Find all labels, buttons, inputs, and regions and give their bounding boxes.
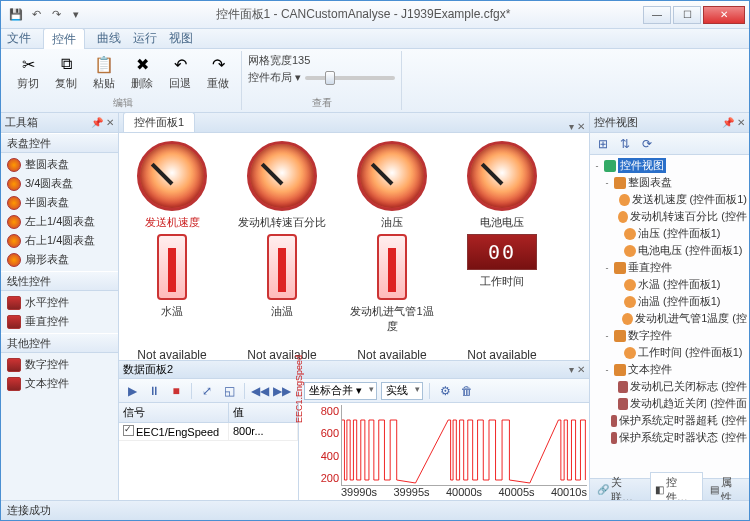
tool-item[interactable]: 半圆表盘 bbox=[1, 193, 118, 212]
ribbon-删除[interactable]: ✖删除 bbox=[125, 51, 159, 91]
layout-dropdown[interactable]: 控件布局 ▾ bbox=[248, 70, 301, 85]
thermometer-widget[interactable] bbox=[267, 234, 297, 300]
settings-button[interactable]: ⚙ bbox=[436, 382, 454, 400]
toolbox-section[interactable]: 其他控件 bbox=[1, 333, 118, 353]
ribbon-复制[interactable]: ⧉复制 bbox=[49, 51, 83, 91]
tree-node[interactable]: -文本控件 bbox=[592, 361, 747, 378]
tree-node[interactable]: 发送机速度 (控件面板1) bbox=[592, 191, 747, 208]
col-value[interactable]: 值 bbox=[229, 403, 298, 422]
menu-run[interactable]: 运行 bbox=[133, 30, 157, 47]
signal-checkbox[interactable] bbox=[123, 425, 134, 436]
qat-redo[interactable]: ↷ bbox=[47, 6, 65, 24]
qat-more[interactable]: ▾ bbox=[67, 6, 85, 24]
therm-label: 水温 bbox=[161, 304, 183, 319]
digit-label: 工作时间 bbox=[480, 274, 524, 289]
signal-grid[interactable]: 信号 值 EEC1/EngSpeed 800r... bbox=[119, 403, 299, 500]
menu-controls[interactable]: 控件 bbox=[43, 28, 85, 50]
pause-button[interactable]: ⏸ bbox=[145, 382, 163, 400]
window-title: 控件面板1 - CANCustomAnalyse - J1939Example.… bbox=[85, 6, 641, 23]
thermometer-widget[interactable] bbox=[157, 234, 187, 300]
tree-node[interactable]: 电池电压 (控件面板1) bbox=[592, 242, 747, 259]
thermometer-widget[interactable] bbox=[377, 234, 407, 300]
tree-refresh-button[interactable]: ⟳ bbox=[638, 135, 656, 153]
data-panel-close[interactable]: ▾ ✕ bbox=[569, 364, 585, 375]
text-widget[interactable]: Not available bbox=[347, 338, 437, 360]
ribbon-重做[interactable]: ↷重做 bbox=[201, 51, 235, 91]
gauge-widget[interactable] bbox=[137, 141, 207, 211]
text-widget[interactable]: Not available bbox=[457, 338, 547, 360]
menu-curves[interactable]: 曲线 bbox=[97, 30, 121, 47]
titlebar: 💾 ↶ ↷ ▾ 控件面板1 - CANCustomAnalyse - J1939… bbox=[1, 1, 749, 29]
tree-node[interactable]: 发动机趋近关闭 (控件面 bbox=[592, 395, 747, 412]
text-widget[interactable]: Not available bbox=[237, 338, 327, 360]
next-button[interactable]: ▶▶ bbox=[273, 382, 291, 400]
close-button[interactable]: ✕ bbox=[703, 6, 745, 24]
text-widget[interactable]: Not available bbox=[127, 338, 217, 360]
therm-label: 发动机进气管1温度 bbox=[347, 304, 437, 334]
tool-item[interactable]: 扇形表盘 bbox=[1, 250, 118, 269]
tree-node[interactable]: 油压 (控件面板1) bbox=[592, 225, 747, 242]
tool-item[interactable]: 水平控件 bbox=[1, 293, 118, 312]
design-canvas[interactable]: 发送机速度发动机转速百分比油压电池电压 水温油温发动机进气管1温度00工作时间 … bbox=[119, 133, 589, 360]
maximize-button[interactable]: ☐ bbox=[673, 6, 701, 24]
digital-widget[interactable]: 00 bbox=[467, 234, 537, 270]
gauge-widget[interactable] bbox=[247, 141, 317, 211]
tree-node[interactable]: 保护系统定时器超耗 (控件 bbox=[592, 412, 747, 429]
canvas-tab[interactable]: 控件面板1 bbox=[123, 112, 195, 132]
tool-item[interactable]: 右上1/4圆表盘 bbox=[1, 231, 118, 250]
tree-node[interactable]: -整圆表盘 bbox=[592, 174, 747, 191]
tool-item[interactable]: 整圆表盘 bbox=[1, 155, 118, 174]
toolbox-pin-icon[interactable]: 📌 ✕ bbox=[91, 117, 114, 128]
zoom-reset-button[interactable]: ◱ bbox=[220, 382, 238, 400]
tree-node[interactable]: 发动机已关闭标志 (控件 bbox=[592, 378, 747, 395]
gauge-widget[interactable] bbox=[357, 141, 427, 211]
col-signal[interactable]: 信号 bbox=[119, 403, 229, 422]
menu-file[interactable]: 文件 bbox=[7, 30, 31, 47]
signal-cell[interactable]: EEC1/EngSpeed bbox=[119, 423, 229, 440]
tool-item[interactable]: 3/4圆表盘 bbox=[1, 174, 118, 193]
tool-item[interactable]: 文本控件 bbox=[1, 374, 118, 393]
toolbox-section[interactable]: 线性控件 bbox=[1, 271, 118, 291]
tool-item[interactable]: 左上1/4圆表盘 bbox=[1, 212, 118, 231]
play-button[interactable]: ▶ bbox=[123, 382, 141, 400]
tree-node[interactable]: -数字控件 bbox=[592, 327, 747, 344]
axis-combo[interactable]: 坐标合并 ▾ bbox=[304, 382, 377, 400]
zoom-out-button[interactable]: ⤢ bbox=[198, 382, 216, 400]
tool-item[interactable]: 垂直控件 bbox=[1, 312, 118, 331]
gauge-label: 发动机转速百分比 bbox=[238, 215, 326, 230]
chart-area[interactable]: EEC1.EngSpeed 800600400200 39990s39995s4… bbox=[299, 403, 589, 500]
gauge-widget[interactable] bbox=[467, 141, 537, 211]
data-toolbar: ▶ ⏸ ■ ⤢ ◱ ◀◀ ▶▶ 坐标合并 ▾ 实线 ⚙ 🗑 bbox=[119, 379, 589, 403]
tree-node[interactable]: -垂直控件 bbox=[592, 259, 747, 276]
qat-undo[interactable]: ↶ bbox=[27, 6, 45, 24]
tree-node[interactable]: 油温 (控件面板1) bbox=[592, 293, 747, 310]
canvas-tab-close[interactable]: ▾ ✕ bbox=[569, 121, 585, 132]
ribbon-回退[interactable]: ↶回退 bbox=[163, 51, 197, 91]
tool-item[interactable]: 数字控件 bbox=[1, 355, 118, 374]
tree-node[interactable]: 发动机进气管1温度 (控 bbox=[592, 310, 747, 327]
clear-button[interactable]: 🗑 bbox=[458, 382, 476, 400]
tree-sort-button[interactable]: ⇅ bbox=[616, 135, 634, 153]
toolbox-section[interactable]: 表盘控件 bbox=[1, 133, 118, 153]
tree-node[interactable]: 水温 (控件面板1) bbox=[592, 276, 747, 293]
menu-view[interactable]: 视图 bbox=[169, 30, 193, 47]
minimize-button[interactable]: — bbox=[643, 6, 671, 24]
ribbon-粘贴[interactable]: 📋粘贴 bbox=[87, 51, 121, 91]
data-panel-tab[interactable]: 数据面板2 bbox=[123, 362, 173, 377]
grid-width-label: 网格宽度135 bbox=[248, 53, 310, 68]
tree-node[interactable]: 保护系统定时器状态 (控件 bbox=[592, 429, 747, 446]
grid-slider[interactable] bbox=[305, 76, 395, 80]
line-style-combo[interactable]: 实线 bbox=[381, 382, 423, 400]
qat-save[interactable]: 💾 bbox=[7, 6, 25, 24]
ribbon-剪切[interactable]: ✂剪切 bbox=[11, 51, 45, 91]
tree-root[interactable]: 控件视图 bbox=[618, 158, 666, 173]
tree-expand-button[interactable]: ⊞ bbox=[594, 135, 612, 153]
tool-icon bbox=[7, 377, 21, 391]
stop-button[interactable]: ■ bbox=[167, 382, 185, 400]
tree-node[interactable]: 工作时间 (控件面板1) bbox=[592, 344, 747, 361]
control-tree[interactable]: -控件视图 -整圆表盘发送机速度 (控件面板1)发动机转速百分比 (控件油压 (… bbox=[590, 155, 749, 478]
tool-icon bbox=[7, 315, 21, 329]
tree-pin-icon[interactable]: 📌 ✕ bbox=[722, 117, 745, 128]
tree-node[interactable]: 发动机转速百分比 (控件 bbox=[592, 208, 747, 225]
prev-button[interactable]: ◀◀ bbox=[251, 382, 269, 400]
